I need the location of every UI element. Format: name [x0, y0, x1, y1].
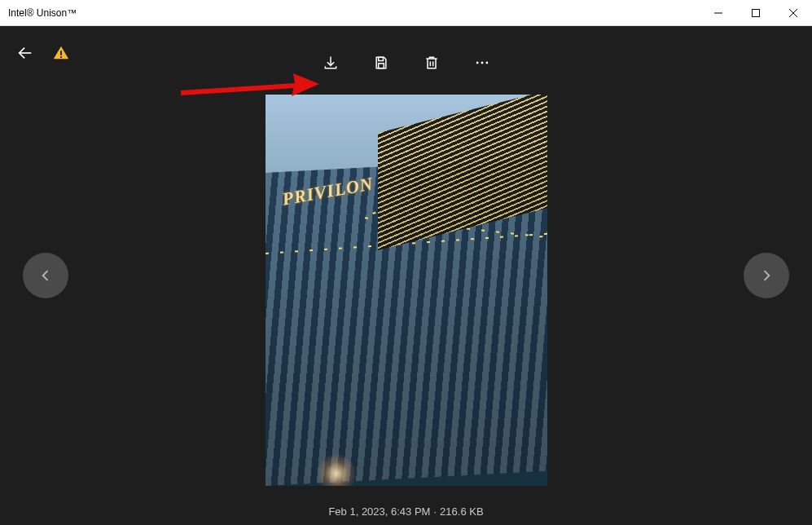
- image-viewer: PRIVILON: [0, 91, 812, 489]
- window-controls: [700, 0, 812, 25]
- titlebar: Intel® Unison™: [0, 0, 812, 26]
- window-title: Intel® Unison™: [8, 7, 77, 19]
- top-nav: [0, 26, 812, 80]
- photo-decoration: [316, 453, 357, 486]
- photo-decoration: [372, 133, 547, 214]
- minimize-button[interactable]: [700, 0, 737, 25]
- warning-icon[interactable]: [50, 42, 72, 64]
- status-separator: ·: [433, 505, 437, 518]
- status-bar: Feb 1, 2023, 6:43 PM · 216.6 KB: [0, 497, 812, 525]
- back-button[interactable]: [15, 42, 36, 64]
- maximize-button[interactable]: [737, 0, 775, 25]
- status-filesize: 216.6 KB: [440, 505, 484, 518]
- svg-rect-6: [60, 56, 62, 58]
- previous-button[interactable]: [23, 253, 68, 298]
- photo-signage-text: PRIVILON: [281, 173, 375, 210]
- close-button[interactable]: [775, 0, 812, 25]
- status-timestamp: Feb 1, 2023, 6:43 PM: [328, 505, 430, 518]
- svg-rect-1: [753, 9, 760, 16]
- next-button[interactable]: [744, 253, 789, 298]
- content-area: PRIVILON Feb 1, 2023, 6:43 PM · 216.6 KB: [0, 26, 812, 525]
- photo[interactable]: PRIVILON: [266, 95, 547, 486]
- svg-rect-5: [60, 51, 62, 55]
- photo-decoration: [266, 232, 547, 256]
